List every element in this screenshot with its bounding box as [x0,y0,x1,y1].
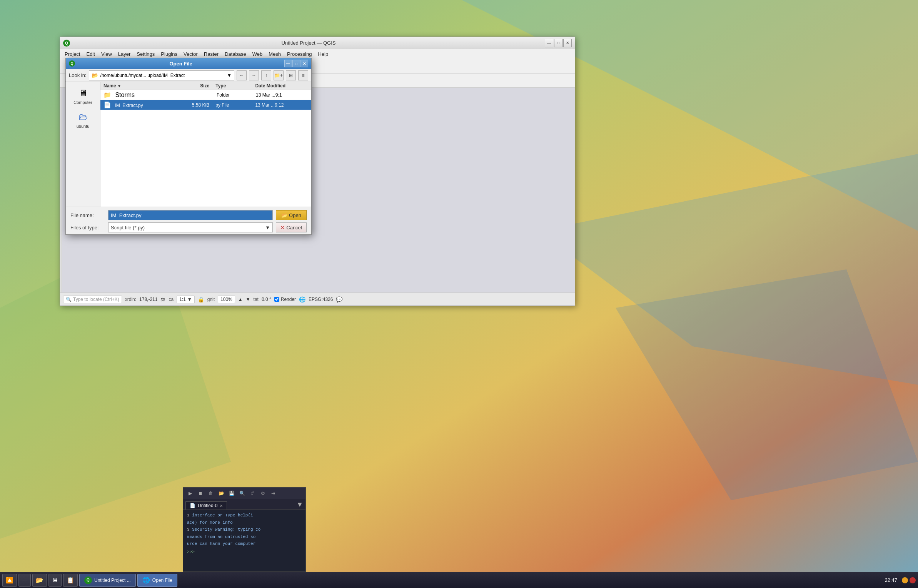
dialog-maximize[interactable]: □ [292,60,300,67]
console-prompt-line[interactable]: >>> [187,549,302,555]
filename-row: File name: 📂 Open [70,210,307,220]
menu-vector[interactable]: Vector [180,50,201,58]
editor-tab-untitled[interactable]: 📄 Untitled-0 ✕ [185,501,227,509]
search-box[interactable]: 🔍 Type to locate (Ctrl+K) [63,296,122,303]
crs-label[interactable]: EPSG:4326 [309,297,333,302]
look-in-path: /home/ubuntu/mydat... upload/IM_Extract [100,73,185,78]
filetype-select[interactable]: Script file (*.py) ▼ [108,222,273,232]
qgis-title: Untitled Project — QGIS [72,40,545,46]
menu-edit[interactable]: Edit [83,50,98,58]
search-placeholder[interactable]: Type to locate (Ctrl+K) [73,297,119,302]
scale-combo[interactable]: 1:1 ▼ [177,296,195,303]
sidebar-computer-label: Computer [73,100,92,105]
close-button[interactable]: ✕ [563,39,572,47]
col-date-header[interactable]: Date Modified [255,83,308,89]
col-name-header[interactable]: Name ▼ [103,83,183,89]
menu-project[interactable]: Project [62,50,83,58]
col-type-header[interactable]: Type [215,83,255,89]
dialog-minimize[interactable]: — [284,60,292,67]
nav-up[interactable]: ↑ [261,70,271,80]
panel-open[interactable]: 📂 [217,489,226,498]
create-folder[interactable]: 📁+ [274,70,284,80]
editor-tabs: 📄 Untitled-0 ✕ ▼ [183,499,305,510]
statusbar-coords-label: xrdin: [125,297,136,302]
menu-processing[interactable]: Processing [284,50,315,58]
sidebar-ubuntu[interactable]: 🗁 ubuntu [67,109,98,131]
messages-icon[interactable]: 💬 [336,296,342,302]
menu-help[interactable]: Help [315,50,331,58]
storms-icon: 📁 Storms [103,91,182,99]
taskbar-terminal[interactable]: 🖥 [48,574,62,587]
panel-find[interactable]: 🔍 [237,489,247,498]
filename-label: File name: [70,212,105,218]
menu-mesh[interactable]: Mesh [265,50,284,58]
editor-doc-icon: 📄 [190,503,195,508]
taskbar-openfile-label: Open File [152,578,172,583]
taskbar-openfile[interactable]: 🌐 Open File [137,574,177,587]
lock-icon: 🔒 [198,296,204,302]
panel-save[interactable]: 💾 [227,489,236,498]
console-line-3: 3 Security warning: typing co [187,526,302,533]
menu-plugins[interactable]: Plugins [158,50,180,58]
dialog-bottom: File name: 📂 Open Files of type: Script … [66,207,311,234]
menu-settings[interactable]: Settings [134,50,158,58]
menu-raster[interactable]: Raster [201,50,222,58]
panel-indent[interactable]: ⇥ [269,489,278,498]
panel-settings2[interactable]: ⚙ [258,489,267,498]
imextract-date: 13 Mar ...9:12 [255,102,308,108]
filetype-dropdown-icon: ▼ [265,225,270,231]
view-list[interactable]: ⊞ [286,70,296,80]
taskbar-qgis-icon: Q [84,576,92,584]
menu-layer[interactable]: Layer [115,50,134,58]
cancel-button[interactable]: ✕ Cancel [276,222,307,232]
rotation-value: 0.0 ° [262,297,271,302]
menu-database[interactable]: Database [222,50,249,58]
col-size-header[interactable]: Size [183,83,215,89]
taskbar-menu-btn[interactable]: 🔼 [2,574,17,587]
panel-collapse-btn[interactable]: ▼ [296,501,303,509]
minimize-button[interactable]: — [545,39,553,47]
view-detail[interactable]: ≡ [298,70,308,80]
taskbar-power-indicator[interactable] [910,577,916,583]
menu-web[interactable]: Web [249,50,266,58]
render-checkbox[interactable]: Render [274,297,296,302]
console-output: 1 interface or Type help(i ace) for more… [183,510,305,571]
console-line-2: ace) for more info [187,520,302,526]
dialog-close[interactable]: ✕ [300,60,308,67]
taskbar-file-manager[interactable]: 📂 [32,574,47,587]
nav-back[interactable]: ← [237,70,247,80]
panel-clear[interactable]: 🗑 [206,489,215,498]
up-arrow-icon[interactable]: ▲ [238,297,243,302]
look-in-label: Look in: [69,72,87,78]
open-button[interactable]: 📂 Open [276,210,307,220]
panel-hash[interactable]: # [248,489,257,498]
file-list[interactable]: Name ▼ Size Type Date Modified 📁 Storms … [100,82,311,207]
editor-tab-close[interactable]: ✕ [220,504,223,508]
look-in-dropdown[interactable]: ▼ [227,73,232,78]
menu-view[interactable]: View [98,50,115,58]
panel-stop[interactable]: ⏹ [196,489,205,498]
nav-forward[interactable]: → [249,70,259,80]
console-line-5: urce can harm your computer [187,541,302,547]
taskbar-network-indicator[interactable] [902,577,908,583]
taskbar-minimize-all[interactable]: — [18,574,31,587]
taskbar-qgis[interactable]: Q Untitled Project ... [79,574,136,587]
panel-run[interactable]: ▶ [185,489,195,498]
window-controls: — □ ✕ [545,39,572,47]
file-row-imextract[interactable]: 📄 IM_Extract.py 5.58 KiB py File 13 Mar … [100,100,311,110]
zoom-input[interactable]: 100% [218,296,235,303]
search-icon: 🔍 [66,297,72,302]
taskbar-browser[interactable]: 📋 [63,574,78,587]
sidebar-computer[interactable]: 🖥 Computer [67,85,98,107]
look-in-combo[interactable]: 📂 /home/ubuntu/mydat... upload/IM_Extrac… [89,70,234,80]
imextract-type: py File [215,102,255,108]
file-row-storms[interactable]: 📁 Storms Folder 13 Mar ...9:1 [100,90,311,100]
folder-icon: 📂 [92,72,98,79]
maximize-button[interactable]: □ [554,39,562,47]
scale-value: 1:1 [179,297,186,302]
render-toggle[interactable] [274,297,279,302]
cancel-button-label: Cancel [286,225,302,231]
rotation-label: tat [254,297,259,302]
down-arrow-icon[interactable]: ▼ [246,297,250,302]
filename-input[interactable] [108,210,273,220]
